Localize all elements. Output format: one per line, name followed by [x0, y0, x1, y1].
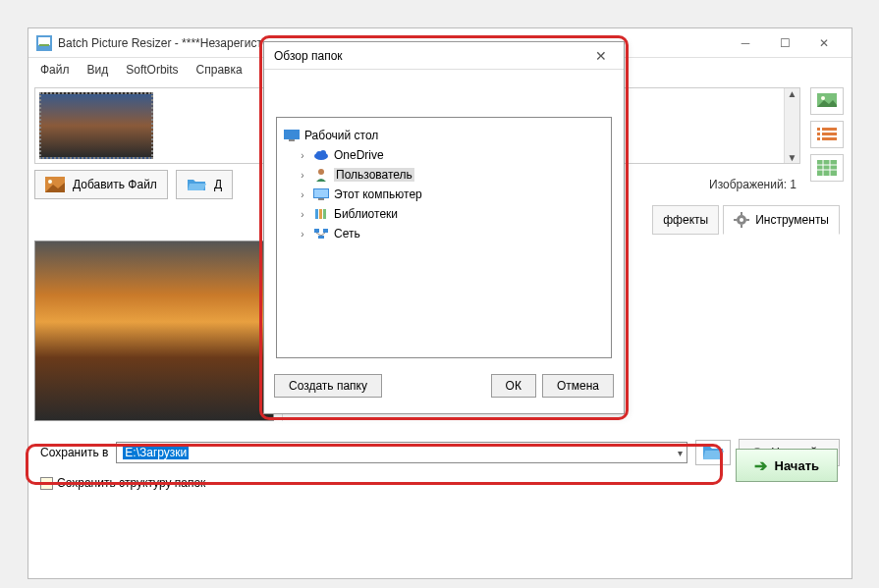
folder-tree[interactable]: Рабочий стол › OneDrive › Пользователь ›… [276, 117, 612, 358]
folder-icon [702, 444, 724, 461]
folder-open-icon [187, 177, 206, 192]
dialog-title: Обзор папок [274, 49, 343, 63]
view-thumbnails-button[interactable] [810, 87, 844, 115]
svg-rect-1 [38, 37, 50, 45]
svg-rect-10 [822, 137, 837, 140]
arrow-right-icon: ➔ [754, 456, 767, 475]
save-path-value: E:\Загрузки [123, 446, 189, 459]
dialog-button-row: Создать папку ОК Отмена [264, 368, 624, 403]
maximize-button[interactable]: ☐ [765, 29, 804, 57]
cloud-icon [312, 148, 330, 162]
cancel-button[interactable]: Отмена [542, 374, 614, 398]
keep-structure-label: Сохранить структуру папок [57, 476, 205, 490]
svg-rect-22 [734, 219, 737, 221]
start-button[interactable]: ➔ Начать [736, 449, 838, 482]
tree-item[interactable]: › OneDrive [283, 145, 605, 165]
app-icon [36, 35, 52, 51]
library-icon [312, 207, 330, 221]
svg-rect-35 [315, 209, 318, 219]
svg-rect-23 [746, 219, 749, 221]
tree-item[interactable]: › Этот компьютер [283, 185, 605, 204]
tree-item[interactable]: › Сеть [283, 224, 605, 243]
expand-icon[interactable]: › [297, 170, 308, 181]
svg-point-17 [48, 180, 52, 184]
save-path-input[interactable]: E:\Загрузки ▾ [116, 442, 687, 463]
menu-softorbits[interactable]: SoftOrbits [118, 60, 186, 80]
svg-rect-40 [318, 236, 324, 239]
view-grid-button[interactable] [810, 154, 844, 182]
tree-root[interactable]: Рабочий стол [283, 126, 605, 145]
thumbnail-scrollbar[interactable]: ▲▼ [784, 88, 799, 163]
svg-rect-36 [319, 209, 322, 219]
add-folder-label: Д [214, 178, 222, 191]
svg-rect-5 [817, 128, 820, 131]
minimize-button[interactable]: ─ [726, 29, 765, 57]
keep-structure-checkbox[interactable] [40, 477, 53, 490]
svg-rect-33 [314, 189, 328, 197]
view-list-button[interactable] [810, 121, 844, 148]
svg-rect-6 [822, 128, 837, 131]
close-button[interactable]: ✕ [804, 29, 844, 57]
svg-rect-9 [817, 137, 820, 140]
image-count-label: Изображений: 1 [709, 178, 797, 191]
svg-point-30 [320, 150, 326, 156]
svg-line-41 [316, 233, 321, 236]
add-file-button[interactable]: Добавить Файл [34, 170, 168, 199]
svg-rect-39 [323, 229, 328, 233]
svg-rect-38 [314, 229, 319, 233]
svg-rect-34 [318, 198, 324, 200]
ok-button[interactable]: ОК [491, 374, 536, 398]
monitor-icon [312, 187, 330, 201]
expand-icon[interactable]: › [297, 189, 308, 200]
dialog-titlebar: Обзор папок ✕ [264, 42, 624, 70]
menu-file[interactable]: Файл [32, 60, 78, 80]
dialog-close-button[interactable]: ✕ [588, 48, 614, 64]
menu-help[interactable]: Справка [189, 60, 250, 80]
add-folder-button[interactable]: Д [176, 170, 233, 199]
svg-rect-20 [741, 212, 742, 215]
tree-item[interactable]: › Библиотеки [283, 204, 605, 224]
svg-rect-11 [817, 160, 837, 176]
menu-view[interactable]: Вид [80, 60, 117, 80]
svg-rect-26 [284, 130, 300, 139]
svg-rect-7 [817, 133, 820, 135]
svg-rect-37 [323, 209, 326, 219]
tree-item[interactable]: › Пользователь [283, 165, 605, 185]
chevron-down-icon[interactable]: ▾ [678, 448, 683, 458]
svg-point-19 [740, 218, 743, 222]
svg-rect-27 [289, 139, 295, 141]
user-icon [312, 168, 330, 182]
keep-structure-row: Сохранить структуру папок [34, 476, 846, 490]
expand-icon[interactable]: › [297, 209, 308, 220]
svg-point-4 [821, 96, 825, 100]
browse-folder-button[interactable] [695, 440, 731, 465]
tab-effects[interactable]: ффекты [652, 205, 719, 235]
save-to-label: Сохранить в [40, 446, 108, 459]
network-icon [312, 227, 330, 241]
add-file-label: Добавить Файл [73, 178, 157, 191]
side-toolbar [810, 87, 846, 182]
desktop-icon [283, 129, 301, 142]
svg-rect-8 [822, 133, 837, 135]
svg-point-31 [318, 169, 324, 175]
create-folder-button[interactable]: Создать папку [274, 374, 382, 398]
expand-icon[interactable]: › [297, 150, 308, 161]
picture-icon [45, 177, 65, 192]
folder-browser-dialog: Обзор папок ✕ Рабочий стол › OneDrive › … [263, 41, 625, 414]
expand-icon[interactable]: › [297, 229, 308, 240]
svg-rect-21 [741, 225, 742, 228]
tab-tools[interactable]: Инструменты [723, 205, 840, 235]
gear-icon [734, 212, 749, 228]
preview-image[interactable] [34, 241, 274, 421]
svg-rect-2 [39, 44, 49, 46]
svg-line-42 [321, 233, 325, 236]
save-row: Сохранить в E:\Загрузки ▾ Настройки [34, 435, 846, 470]
thumbnail-item[interactable] [39, 92, 153, 159]
